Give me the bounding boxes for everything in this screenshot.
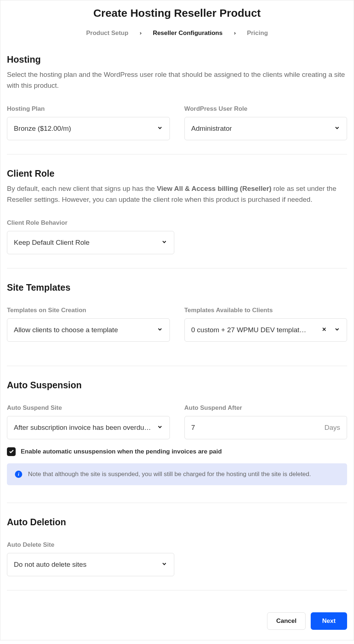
hosting-plan-value: Bronze ($12.00/m)	[14, 125, 71, 133]
page-title: Create Hosting Reseller Product	[0, 7, 354, 19]
chevron-down-icon	[157, 326, 163, 334]
chevron-down-icon	[161, 561, 167, 568]
breadcrumb: Product Setup Reseller Configurations Pr…	[0, 30, 354, 37]
templates-on-creation-value: Allow clients to choose a template	[14, 326, 118, 334]
section-title-client-role: Client Role	[7, 168, 347, 179]
wp-user-role-select[interactable]: Administrator	[184, 117, 347, 140]
auto-suspend-after-input[interactable]	[191, 424, 325, 432]
client-role-behavior-value: Keep Default Client Role	[14, 239, 90, 247]
section-title-site-templates: Site Templates	[7, 282, 347, 293]
auto-suspend-site-select[interactable]: After subscription invoice has been over…	[7, 416, 170, 439]
breadcrumb-step-reseller-configurations[interactable]: Reseller Configurations	[153, 30, 223, 37]
suspension-notice: i Note that although the site is suspend…	[7, 463, 347, 485]
info-icon: i	[15, 471, 22, 478]
templates-on-creation-label: Templates on Site Creation	[7, 307, 170, 314]
client-role-desc-bold: View All & Access billing (Reseller)	[157, 185, 271, 192]
templates-on-creation-select[interactable]: Allow clients to choose a template	[7, 318, 170, 342]
form-actions: Cancel Next	[0, 604, 354, 640]
templates-available-value: 0 custom + 27 WPMU DEV templat…	[191, 326, 306, 334]
auto-suspend-after-label: Auto Suspend After	[184, 404, 347, 412]
client-role-desc-prefix: By default, each new client that signs u…	[7, 185, 157, 192]
chevron-down-icon	[157, 424, 163, 431]
templates-available-select[interactable]: 0 custom + 27 WPMU DEV templat…	[184, 318, 347, 342]
section-desc-hosting: Select the hosting plan and the WordPres…	[7, 69, 347, 91]
section-desc-client-role: By default, each new client that signs u…	[7, 183, 347, 205]
section-divider	[7, 590, 347, 590]
section-title-auto-suspension: Auto Suspension	[7, 380, 347, 390]
clear-icon[interactable]	[321, 326, 327, 334]
chevron-down-icon	[157, 125, 163, 132]
cancel-button[interactable]: Cancel	[267, 612, 306, 630]
hosting-plan-select[interactable]: Bronze ($12.00/m)	[7, 117, 170, 140]
hosting-plan-label: Hosting Plan	[7, 105, 170, 113]
chevron-down-icon	[161, 239, 167, 246]
wp-user-role-value: Administrator	[191, 125, 232, 133]
chevron-right-icon	[139, 31, 143, 35]
section-divider	[7, 503, 347, 503]
section-divider	[7, 366, 347, 366]
auto-unsuspend-checkbox[interactable]	[7, 447, 16, 456]
suspension-notice-text: Note that although the site is suspended…	[28, 471, 311, 478]
auto-suspend-after-input-wrap: Days	[184, 416, 347, 439]
chevron-down-icon	[334, 326, 340, 334]
wp-user-role-label: WordPress User Role	[184, 105, 347, 113]
section-title-hosting: Hosting	[7, 54, 347, 65]
auto-delete-site-select[interactable]: Do not auto delete sites	[7, 553, 174, 576]
auto-unsuspend-checkbox-label: Enable automatic unsuspension when the p…	[21, 448, 222, 455]
auto-suspend-after-suffix: Days	[325, 424, 340, 432]
chevron-down-icon	[334, 125, 340, 132]
templates-available-label: Templates Available to Clients	[184, 307, 347, 314]
breadcrumb-step-product-setup[interactable]: Product Setup	[86, 30, 128, 37]
auto-suspend-site-label: Auto Suspend Site	[7, 404, 170, 412]
next-button[interactable]: Next	[311, 612, 347, 630]
auto-delete-site-label: Auto Delete Site	[7, 541, 174, 549]
breadcrumb-step-pricing[interactable]: Pricing	[247, 30, 268, 37]
client-role-behavior-label: Client Role Behavior	[7, 219, 174, 227]
section-divider	[7, 268, 347, 268]
chevron-right-icon	[233, 31, 237, 35]
auto-delete-site-value: Do not auto delete sites	[14, 561, 87, 569]
section-title-auto-deletion: Auto Deletion	[7, 517, 347, 527]
section-divider	[7, 154, 347, 154]
client-role-behavior-select[interactable]: Keep Default Client Role	[7, 231, 174, 254]
auto-suspend-site-value: After subscription invoice has been over…	[14, 424, 151, 432]
